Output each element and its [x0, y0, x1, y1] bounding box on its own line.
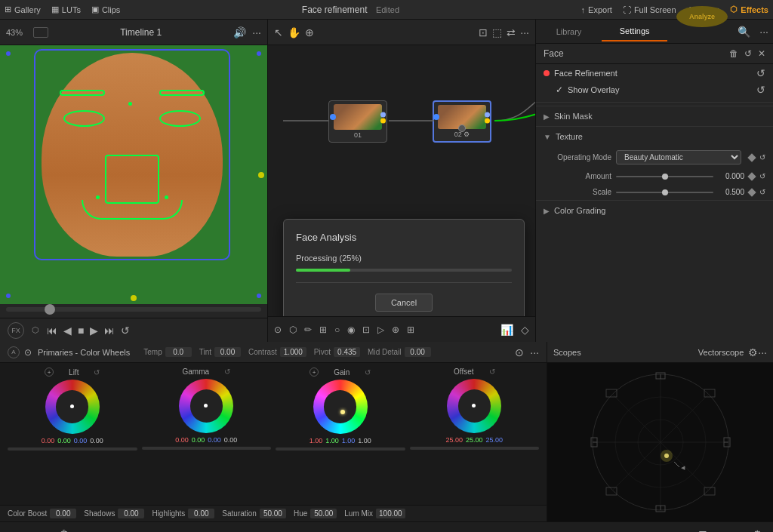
tab-library[interactable]: Library [536, 23, 602, 41]
reset-icon[interactable]: ↺ [744, 48, 752, 59]
fullscreen-button[interactable]: ⛶ Full Screen [623, 5, 676, 14]
amount-slider[interactable] [616, 176, 713, 177]
delete-button[interactable]: 🗑 [59, 528, 69, 533]
temp-value[interactable]: 0.0 [165, 347, 192, 357]
show-overlay-reset[interactable]: ↺ [756, 84, 765, 96]
curve-tool[interactable]: ◉ [347, 324, 355, 335]
luts-button[interactable]: ▦ LUTs [51, 5, 81, 14]
color-boost-value[interactable]: 0.00 [50, 509, 76, 518]
cancel-button[interactable]: Cancel [375, 294, 433, 312]
saturation-value[interactable]: 50.00 [260, 509, 286, 518]
paint-tool[interactable]: ✏ [304, 324, 312, 335]
pointer-tool[interactable]: ↖ [274, 26, 283, 38]
operating-mode-select[interactable]: Beauty Automatic [616, 150, 741, 165]
gallery-button[interactable]: ⊞ Gallery [5, 5, 41, 14]
play-button[interactable]: ▶ [90, 324, 98, 337]
layer-tool[interactable]: ⬡ [289, 324, 297, 335]
scope-more-icon[interactable]: ··· [758, 346, 767, 358]
close-icon[interactable]: ✕ [758, 48, 765, 59]
color-grading-header[interactable]: ▶ Color Grading [536, 201, 773, 220]
loop-button[interactable]: ↺ [121, 324, 130, 337]
swap-button[interactable]: ⇄ [507, 26, 516, 38]
stop-button[interactable]: ■ [78, 324, 84, 337]
tint-value[interactable]: 0.00 [214, 347, 241, 357]
highlights-value[interactable]: 0.00 [188, 509, 214, 518]
offset-slider[interactable] [410, 447, 540, 450]
gamma-reset[interactable]: ↺ [224, 367, 230, 376]
offset-reset[interactable]: ↺ [489, 367, 495, 376]
shadows-value[interactable]: 0.00 [118, 509, 144, 518]
offset-wheel[interactable] [447, 379, 501, 433]
scale-slider[interactable] [616, 192, 713, 193]
prev-frame-button[interactable]: ◀ [63, 324, 72, 337]
scope-settings-icon[interactable]: ⚙ [748, 346, 758, 358]
lift-wheel[interactable] [45, 380, 100, 434]
node-01-thumb [334, 104, 382, 130]
undo-button[interactable]: ↩ [11, 528, 20, 533]
gain-reset[interactable]: ↺ [365, 368, 371, 377]
timeline-handle[interactable] [45, 304, 55, 315]
export-button[interactable]: ↑ Export [581, 5, 612, 14]
auto-icon[interactable]: A [8, 346, 20, 358]
wheel-icon[interactable]: ⊙ [24, 347, 32, 358]
scale-reset[interactable]: ↺ [759, 188, 765, 196]
fx-button[interactable]: FX [8, 322, 24, 339]
left-eye-marker [63, 110, 105, 127]
dots-status-icon[interactable]: ⚬ [712, 528, 721, 533]
more-button[interactable]: ··· [252, 26, 261, 38]
face-ref-reset[interactable]: ↺ [756, 67, 765, 79]
layers-button[interactable]: ⬡ [32, 325, 39, 335]
warp-tool[interactable]: ⊞ [407, 324, 414, 335]
pivot-value[interactable]: 0.435 [334, 347, 360, 357]
chart-icon[interactable]: 📊 [500, 324, 513, 336]
cw-more-icon[interactable]: ··· [530, 346, 539, 358]
cw-settings-icon[interactable]: ⊙ [515, 346, 524, 358]
grid-tool[interactable]: ⊞ [319, 324, 327, 335]
view-button[interactable]: ⊡ [479, 26, 488, 38]
color-tool[interactable]: ⊙ [274, 324, 282, 335]
clips-button[interactable]: ▣ Clips [91, 5, 120, 14]
hand-tool[interactable]: ✋ [288, 26, 300, 38]
tab-settings[interactable]: Settings [602, 22, 667, 42]
diamond-tool[interactable]: ◇ [521, 324, 529, 336]
gain-expand-icon[interactable]: + [310, 367, 319, 377]
zoom-tool[interactable]: ⊕ [305, 26, 314, 38]
lift-reset[interactable]: ↺ [94, 368, 100, 377]
timeline-bar[interactable] [6, 307, 261, 312]
audio-button[interactable]: 🔊 [233, 26, 246, 38]
amount-reset[interactable]: ↺ [759, 172, 765, 180]
search-icon[interactable]: 🔍 [733, 26, 755, 38]
node-01[interactable]: 01 [328, 100, 387, 143]
view2-button[interactable]: ⬚ [492, 26, 502, 38]
mid-detail-value[interactable]: 0.00 [405, 347, 431, 357]
skin-mask-header[interactable]: ▶ Skin Mask [536, 106, 773, 126]
more2-button[interactable]: ··· [520, 26, 529, 38]
more-settings-button[interactable]: ··· [755, 26, 773, 38]
skip-end-button[interactable]: ⏭ [104, 324, 115, 337]
lum-mix-value[interactable]: 100.00 [376, 509, 405, 518]
mode-reset[interactable]: ↺ [759, 153, 765, 161]
gain-wheel[interactable] [313, 380, 368, 434]
gamma-wheel[interactable] [179, 379, 233, 433]
gear-button[interactable]: ⚙ [753, 528, 762, 533]
redo-button[interactable]: ↪ [35, 528, 44, 533]
delete-icon[interactable]: 🗑 [729, 48, 738, 59]
scope-name: Vectorscope [698, 348, 744, 357]
grid-status-icon[interactable]: ⊞ [698, 528, 707, 533]
effects-button[interactable]: ⬡ Effects [730, 5, 768, 14]
gamma-slider[interactable] [142, 447, 272, 450]
lift-slider[interactable] [8, 447, 137, 451]
transform-tool[interactable]: ⊕ [392, 324, 399, 335]
node-02[interactable]: 02 ⚙ [433, 100, 491, 143]
lift-add-icon[interactable]: + [45, 367, 54, 377]
texture-header[interactable]: ▼ Texture [536, 127, 773, 146]
image-tool[interactable]: ⊡ [362, 324, 370, 335]
contrast-value[interactable]: 1.000 [280, 347, 306, 357]
gain-slider[interactable] [276, 447, 405, 451]
home-button[interactable]: ⌂ [736, 528, 742, 533]
select-tool[interactable]: ○ [334, 324, 340, 335]
hue-value[interactable]: 50.00 [310, 509, 337, 518]
zoom-box[interactable] [33, 27, 48, 38]
skip-start-button[interactable]: ⏮ [47, 324, 57, 337]
shape-tool[interactable]: ▷ [377, 324, 384, 335]
